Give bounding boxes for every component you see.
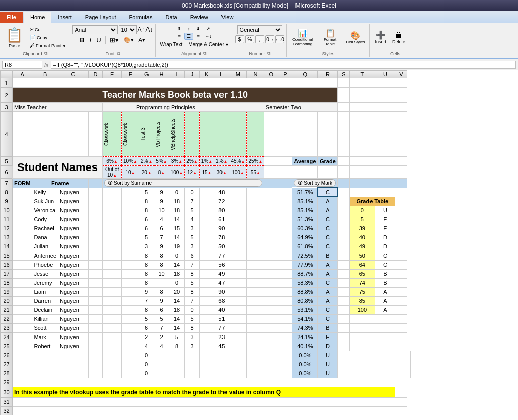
pct-K5[interactable]: 1%▲: [199, 157, 214, 166]
teacher-cell[interactable]: Miss Teacher: [13, 103, 103, 112]
cell-Q8[interactable]: 51.7%: [292, 188, 318, 197]
semester-cell[interactable]: Semester Two: [229, 103, 338, 112]
row-num-30[interactable]: 30: [1, 387, 13, 397]
cell-U6[interactable]: [375, 166, 395, 179]
font-color-button[interactable]: A▾: [137, 36, 147, 44]
outof-M6[interactable]: 100▲: [229, 166, 247, 179]
cell-V6[interactable]: [395, 166, 407, 179]
cell-S1[interactable]: [338, 78, 350, 88]
col-E[interactable]: E: [103, 71, 122, 78]
grade-header[interactable]: Grade: [318, 157, 338, 166]
merge-center-button[interactable]: Merge & Center ▾: [186, 41, 230, 48]
align-middle-button[interactable]: ↕: [184, 25, 193, 32]
wrap-text-button[interactable]: Wrap Text: [158, 41, 185, 48]
sort-surname-cell[interactable]: ⦿ Sort by Surname: [103, 179, 264, 188]
col-header-test3[interactable]: Test 3: [139, 112, 154, 157]
col-header-classwork1[interactable]: Classwork: [103, 112, 122, 157]
pct-L5[interactable]: 1%▲: [214, 157, 229, 166]
cell-P4[interactable]: [278, 112, 292, 157]
cell-V8[interactable]: [395, 188, 407, 197]
col-S[interactable]: S: [338, 71, 350, 78]
col-F[interactable]: F: [122, 71, 139, 78]
increase-decimal-button[interactable]: .0→: [265, 35, 274, 43]
row-num-6[interactable]: 6: [1, 166, 13, 179]
col-N[interactable]: N: [247, 71, 264, 78]
row-num-7[interactable]: 7: [1, 179, 13, 188]
cell-V2[interactable]: [395, 88, 407, 103]
outof-I6[interactable]: 100▲: [169, 166, 185, 179]
col-header-l4[interactable]: [214, 112, 229, 157]
col-K[interactable]: K: [199, 71, 214, 78]
col-D[interactable]: D: [89, 71, 103, 78]
row-num-24[interactable]: 24: [1, 332, 13, 342]
col-U[interactable]: U: [375, 71, 395, 78]
col-I[interactable]: I: [169, 71, 185, 78]
cell-T3[interactable]: [350, 103, 375, 112]
align-center-button[interactable]: ☰: [184, 33, 193, 40]
pct-F5[interactable]: 10%▲: [122, 157, 139, 166]
align-left-button[interactable]: ≡: [175, 33, 184, 40]
bold-button[interactable]: B: [78, 35, 86, 45]
cell-U2[interactable]: [375, 88, 395, 103]
row-num-9[interactable]: 9: [1, 197, 13, 206]
font-grow-icon[interactable]: A↑: [138, 26, 145, 33]
conditional-formatting-button[interactable]: 📊 Conditional Formatting: [289, 28, 317, 48]
cell-R4[interactable]: [318, 112, 338, 157]
col-O[interactable]: O: [264, 71, 278, 78]
tab-data[interactable]: Data: [159, 12, 183, 23]
delete-button[interactable]: 🗑 Delete: [390, 30, 408, 46]
cell-S3[interactable]: [338, 103, 350, 112]
row-num-29[interactable]: 29: [1, 378, 13, 387]
indent-decrease-button[interactable]: ←↓: [204, 33, 213, 40]
number-format-select[interactable]: General: [237, 25, 282, 34]
percent-button[interactable]: %: [245, 35, 254, 43]
outof-L6[interactable]: 30▲: [214, 166, 229, 179]
cell-lname-8[interactable]: Nguyen: [58, 188, 89, 197]
row-num-19[interactable]: 19: [1, 287, 13, 296]
cell-R6[interactable]: [318, 166, 338, 179]
cell-T6[interactable]: [350, 166, 375, 179]
row-num-13[interactable]: 13: [1, 233, 13, 242]
tab-insert[interactable]: Insert: [51, 12, 79, 23]
row-num-22[interactable]: 22: [1, 314, 13, 323]
cell-S6[interactable]: [338, 166, 350, 179]
col-L[interactable]: L: [214, 71, 229, 78]
formula-input[interactable]: [51, 61, 516, 69]
col-B[interactable]: B: [32, 71, 58, 78]
col-Q[interactable]: Q: [292, 71, 318, 78]
col-H[interactable]: H: [154, 71, 169, 78]
format-painter-button[interactable]: 🖌 Format Painter: [28, 42, 68, 49]
row-num-18[interactable]: 18: [1, 278, 13, 287]
cell-S7[interactable]: [338, 179, 350, 188]
cell-U7[interactable]: [375, 179, 395, 188]
cell-U5[interactable]: [375, 157, 395, 166]
cell-U4[interactable]: [375, 112, 395, 157]
col-header-m4[interactable]: [229, 112, 247, 157]
decrease-decimal-button[interactable]: ←.0: [275, 35, 284, 43]
pct-I5[interactable]: 3%▲: [169, 157, 185, 166]
col-G[interactable]: G: [139, 71, 154, 78]
italic-button[interactable]: I: [88, 35, 94, 45]
cell-O4[interactable]: [264, 112, 278, 157]
pct-G5[interactable]: 2%▲: [139, 157, 154, 166]
tab-view[interactable]: View: [215, 12, 240, 23]
cell-A1[interactable]: [13, 78, 32, 88]
row-num-10[interactable]: 10: [1, 206, 13, 215]
cell-styles-button[interactable]: 🎨 Cell Styles: [344, 30, 368, 46]
copy-button[interactable]: 📄 Copy: [28, 34, 68, 41]
cell-I8[interactable]: 0: [169, 188, 185, 197]
cell-B4[interactable]: [32, 112, 58, 157]
row-num-15[interactable]: 15: [1, 251, 13, 260]
underline-button[interactable]: U: [94, 35, 103, 45]
row-num-31[interactable]: 31: [1, 397, 13, 406]
cell-S4[interactable]: [338, 112, 350, 157]
cell-U3[interactable]: [375, 103, 395, 112]
col-T[interactable]: T: [350, 71, 375, 78]
cell-V4[interactable]: [395, 112, 407, 157]
fname-label[interactable]: Fname: [32, 179, 89, 188]
outof-K6[interactable]: 15▲: [199, 166, 214, 179]
tab-file[interactable]: File: [0, 12, 23, 23]
tab-page-layout[interactable]: Page Layout: [79, 12, 123, 23]
pct-H5[interactable]: 5%▲: [154, 157, 169, 166]
row-num-25[interactable]: 25: [1, 342, 13, 351]
